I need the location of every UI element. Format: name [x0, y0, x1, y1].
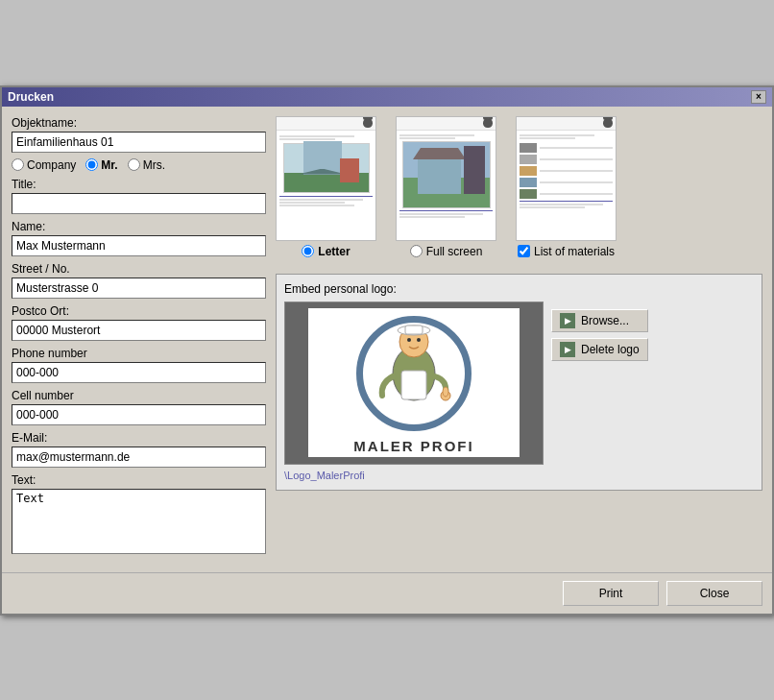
mrs-radio[interactable] [128, 158, 140, 171]
objektname-input[interactable] [12, 132, 266, 153]
mrs-radio-label[interactable]: Mrs. [128, 158, 165, 172]
right-panel: Letter [276, 116, 762, 563]
svg-rect-4 [405, 326, 423, 334]
letter-preview [276, 116, 376, 241]
svg-point-5 [407, 338, 411, 342]
logo-inner: MALER PROFI [308, 308, 520, 457]
postco-group: Postco Ort: [12, 304, 266, 341]
delete-logo-button[interactable]: ▶ Delete logo [551, 338, 648, 361]
svg-rect-1 [401, 371, 426, 399]
email-input[interactable] [12, 447, 266, 468]
title-group: Title: [12, 178, 266, 214]
svg-point-6 [417, 338, 421, 342]
drucken-dialog: Drucken × Objektname: Company Mr. [0, 85, 774, 616]
browse-button[interactable]: ▶ Browse... [551, 309, 648, 332]
mr-label: Mr. [101, 158, 117, 172]
thumb-header-fullscreen [397, 117, 496, 131]
phone-label: Phone number [12, 347, 266, 360]
company-radio-label[interactable]: Company [12, 158, 76, 172]
materials-label: List of materials [534, 245, 615, 258]
materials-checkbox-row: List of materials [518, 245, 615, 258]
materials-checkbox[interactable] [518, 245, 530, 257]
fullscreen-option: Full screen [396, 116, 496, 258]
thumb-content-letter [277, 131, 375, 209]
salutation-group: Company Mr. Mrs. [12, 158, 266, 172]
street-group: Street / No. [12, 262, 266, 299]
title-bar: Drucken × [2, 87, 772, 107]
left-panel: Objektname: Company Mr. Mrs. Title: [12, 116, 266, 563]
embed-logo-label: Embed personal logo: [284, 282, 754, 296]
browse-arrow-icon: ▶ [560, 313, 575, 328]
fullscreen-radio-row: Full screen [410, 245, 483, 258]
mrs-label: Mrs. [143, 158, 165, 172]
fullscreen-radio[interactable] [410, 245, 423, 257]
window-title: Drucken [8, 90, 54, 104]
letter-option: Letter [276, 116, 376, 258]
logo-path-row: \Logo_MalerProfi [284, 469, 754, 482]
title-input[interactable] [12, 193, 266, 214]
objektname-group: Objektname: [12, 116, 266, 153]
thumb-content-materials [517, 131, 616, 211]
name-label: Name: [12, 220, 266, 233]
print-options-group: Letter [276, 116, 762, 258]
name-input[interactable] [12, 235, 266, 256]
company-label: Company [27, 158, 76, 172]
postco-label: Postco Ort: [12, 304, 266, 318]
text-label: Text: [12, 473, 266, 487]
title-label: Title: [12, 178, 266, 191]
text-group: Text: Text [12, 473, 266, 557]
logo-section: Embed personal logo: [276, 274, 762, 491]
fullscreen-label: Full screen [426, 245, 483, 258]
fullscreen-preview [396, 116, 496, 241]
close-window-button[interactable]: × [751, 90, 766, 104]
bear-logo-letter [363, 118, 373, 128]
phone-group: Phone number [12, 347, 266, 383]
email-label: E-Mail: [12, 431, 266, 445]
objektname-label: Objektname: [12, 116, 266, 130]
materials-option: List of materials [516, 116, 617, 258]
close-button[interactable]: Close [666, 581, 762, 606]
painter-svg [371, 321, 457, 426]
street-input[interactable] [12, 278, 266, 299]
svg-point-8 [443, 387, 448, 397]
mr-radio[interactable] [85, 158, 98, 171]
logo-area: MALER PROFI ▶ Browse... ▶ Delete logo [284, 302, 754, 465]
letter-radio[interactable] [302, 245, 314, 257]
thumb-content-fullscreen [397, 131, 496, 221]
company-radio[interactable] [12, 158, 24, 171]
browse-label: Browse... [581, 314, 629, 327]
cell-label: Cell number [12, 389, 266, 402]
logo-preview-box: MALER PROFI [284, 302, 544, 465]
maler-text: MALER PROFI [353, 438, 473, 454]
letter-label: Letter [318, 245, 350, 258]
cell-input[interactable] [12, 404, 266, 425]
thumb-header-materials [517, 117, 616, 131]
name-group: Name: [12, 220, 266, 256]
logo-action-buttons: ▶ Browse... ▶ Delete logo [551, 302, 648, 465]
bear-logo-materials [603, 118, 613, 128]
materials-preview [516, 116, 617, 241]
phone-input[interactable] [12, 362, 266, 383]
text-textarea[interactable]: Text [12, 489, 266, 554]
bear-logo-fullscreen [483, 118, 493, 128]
mr-radio-label[interactable]: Mr. [85, 158, 117, 172]
cell-group: Cell number [12, 389, 266, 425]
bottom-bar: Print Close [2, 572, 772, 614]
delete-logo-label: Delete logo [581, 343, 640, 356]
delete-arrow-icon: ▶ [560, 342, 575, 357]
main-content: Objektname: Company Mr. Mrs. Title: [2, 107, 772, 572]
street-label: Street / No. [12, 262, 266, 276]
postco-input[interactable] [12, 320, 266, 341]
letter-radio-row: Letter [302, 245, 350, 258]
email-group: E-Mail: [12, 431, 266, 468]
thumb-header-letter [277, 117, 375, 131]
print-button[interactable]: Print [563, 581, 659, 606]
logo-path: \Logo_MalerProfi [284, 470, 365, 481]
